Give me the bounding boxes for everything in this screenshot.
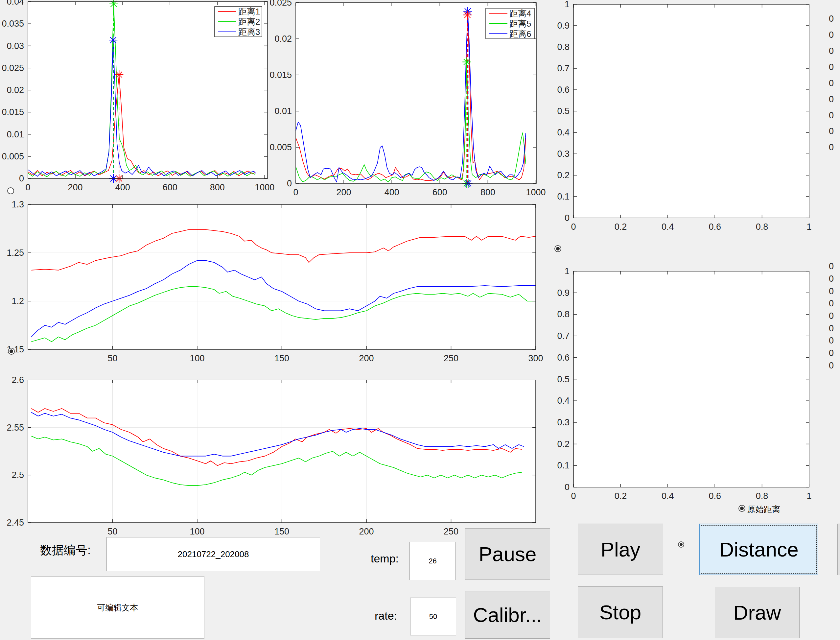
raw-distance-label: 原始距离 <box>747 504 780 515</box>
svg-text:0.3: 0.3 <box>557 149 570 159</box>
rate-input[interactable]: 50 <box>410 598 456 635</box>
svg-text:0.3: 0.3 <box>557 418 570 427</box>
svg-text:1: 1 <box>806 222 811 232</box>
svg-text:250: 250 <box>444 354 458 363</box>
plot-fft2: 0200400600800100000.0050.010.0150.020.02… <box>270 0 546 197</box>
draw-button[interactable]: Draw <box>715 587 800 638</box>
svg-text:0.8: 0.8 <box>756 491 768 501</box>
svg-text:0: 0 <box>829 336 834 346</box>
svg-text:0.1: 0.1 <box>557 461 570 470</box>
svg-text:1: 1 <box>565 0 570 9</box>
editable-text-input[interactable]: 可编辑文本 <box>31 576 204 639</box>
svg-text:0: 0 <box>829 142 834 152</box>
rate-label: rate: <box>375 610 397 622</box>
svg-text:200: 200 <box>359 354 374 363</box>
svg-text:距离3: 距离3 <box>238 27 260 37</box>
svg-text:0.04: 0.04 <box>6 0 24 6</box>
svg-text:1.25: 1.25 <box>6 248 24 258</box>
svg-text:100: 100 <box>190 354 204 363</box>
editable-text-value: 可编辑文本 <box>97 602 138 613</box>
svg-text:2.5: 2.5 <box>11 470 24 480</box>
svg-text:0.015: 0.015 <box>270 70 292 80</box>
svg-text:0.01: 0.01 <box>6 130 24 139</box>
stop-button[interactable]: Stop <box>578 586 663 638</box>
radio-mid-right[interactable] <box>554 245 561 252</box>
svg-text:0: 0 <box>829 110 834 120</box>
cutoff-button[interactable] <box>837 524 840 575</box>
play-button[interactable]: Play <box>578 524 663 575</box>
svg-text:150: 150 <box>275 354 289 363</box>
svg-text:0.9: 0.9 <box>557 288 570 298</box>
temp-label: temp: <box>371 552 399 565</box>
svg-text:0: 0 <box>19 174 24 183</box>
radio-raw-distance[interactable] <box>738 505 745 512</box>
svg-text:0.4: 0.4 <box>557 396 570 406</box>
svg-text:0.6: 0.6 <box>557 353 570 363</box>
svg-text:0.8: 0.8 <box>557 309 570 319</box>
svg-text:250: 250 <box>444 526 458 536</box>
data-id-input[interactable]: 20210722_202008 <box>107 537 320 571</box>
svg-text:0.7: 0.7 <box>557 64 570 73</box>
rate-value: 50 <box>429 613 437 621</box>
temp-input[interactable]: 26 <box>409 542 456 580</box>
svg-text:0.5: 0.5 <box>557 106 570 116</box>
svg-text:0.025: 0.025 <box>270 0 292 8</box>
svg-text:1: 1 <box>806 491 811 501</box>
svg-text:距离2: 距离2 <box>238 17 260 27</box>
svg-text:0: 0 <box>829 30 834 40</box>
svg-text:800: 800 <box>481 187 495 197</box>
svg-text:0: 0 <box>829 261 834 271</box>
radio-left-top[interactable] <box>7 187 14 194</box>
svg-text:0: 0 <box>829 298 834 308</box>
svg-text:0.4: 0.4 <box>661 222 674 232</box>
radio-distance-row[interactable] <box>678 541 684 548</box>
svg-text:1.3: 1.3 <box>11 200 24 210</box>
svg-text:0.005: 0.005 <box>2 152 24 162</box>
svg-text:200: 200 <box>359 526 374 536</box>
svg-text:0: 0 <box>287 179 292 188</box>
svg-text:50: 50 <box>107 354 117 363</box>
svg-text:0.2: 0.2 <box>557 170 570 180</box>
data-id-value: 20210722_202008 <box>178 549 249 560</box>
svg-text:0: 0 <box>829 274 834 284</box>
calibrate-button[interactable]: Calibr... <box>465 591 550 639</box>
plot-fft1: 0200400600800100000.0050.010.0150.020.02… <box>2 0 275 192</box>
svg-text:0.6: 0.6 <box>709 222 721 232</box>
svg-text:0: 0 <box>25 182 30 192</box>
svg-text:0.7: 0.7 <box>557 331 570 341</box>
svg-text:0.6: 0.6 <box>557 85 570 95</box>
svg-text:2.45: 2.45 <box>6 518 24 528</box>
svg-text:0: 0 <box>829 126 834 136</box>
svg-text:距离1: 距离1 <box>238 6 260 16</box>
svg-text:0: 0 <box>829 348 834 358</box>
svg-text:0.8: 0.8 <box>557 42 570 52</box>
svg-text:0.035: 0.035 <box>2 19 24 29</box>
svg-text:0.4: 0.4 <box>557 128 570 138</box>
svg-text:200: 200 <box>68 182 83 192</box>
pause-button[interactable]: Pause <box>465 528 550 580</box>
svg-text:0.2: 0.2 <box>557 439 570 449</box>
distance-button[interactable]: Distance <box>699 524 818 575</box>
svg-text:0.4: 0.4 <box>661 491 674 501</box>
svg-text:0.01: 0.01 <box>275 106 292 116</box>
svg-text:1.2: 1.2 <box>11 296 24 306</box>
svg-text:0.015: 0.015 <box>2 107 24 117</box>
svg-text:0.2: 0.2 <box>615 491 627 501</box>
svg-text:2.55: 2.55 <box>6 423 24 433</box>
svg-text:距离6: 距离6 <box>509 29 531 39</box>
svg-text:0: 0 <box>565 213 570 223</box>
svg-text:0.03: 0.03 <box>6 41 24 51</box>
svg-text:0.005: 0.005 <box>270 142 292 152</box>
svg-text:0.5: 0.5 <box>557 374 570 384</box>
svg-text:0: 0 <box>829 323 834 333</box>
svg-text:0.025: 0.025 <box>2 63 24 73</box>
svg-text:0: 0 <box>829 361 834 370</box>
svg-text:300: 300 <box>528 354 543 363</box>
plot-distance_bottom: 501001502002502.452.52.552.6 <box>6 375 536 536</box>
svg-text:0.8: 0.8 <box>756 222 768 232</box>
svg-text:1000: 1000 <box>526 187 546 197</box>
svg-text:距离5: 距离5 <box>509 19 531 29</box>
svg-text:0: 0 <box>829 14 834 24</box>
plot-empty_bottom: 00.20.40.60.8100.10.20.30.40.50.60.70.80… <box>557 266 811 501</box>
radio-left-bottom[interactable] <box>8 348 15 355</box>
